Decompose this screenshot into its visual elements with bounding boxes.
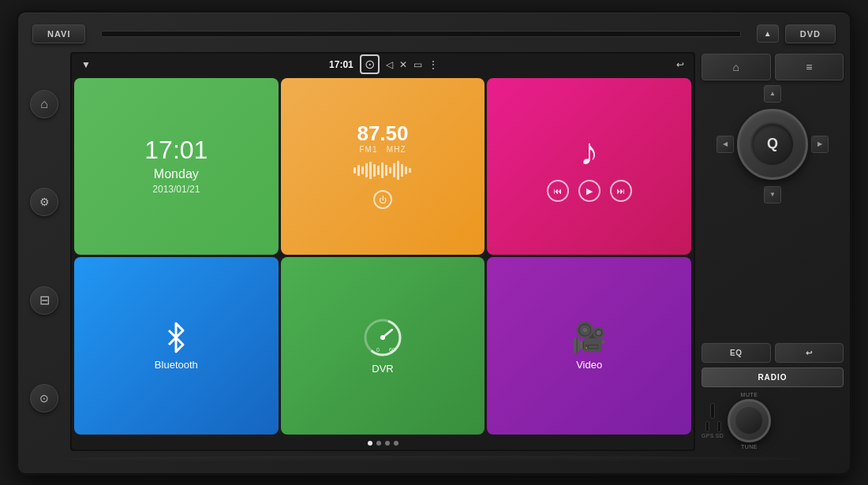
- play-btn[interactable]: ▶: [578, 180, 600, 202]
- port-hole-3: [717, 421, 721, 432]
- port-hole-1: [710, 403, 715, 419]
- home-right-icon: ⌂: [733, 61, 739, 73]
- music-tile[interactable]: ♪ ⏮ ▶ ⏭: [487, 78, 691, 256]
- page-dot-3[interactable]: [385, 441, 390, 446]
- middle-section: ⌂ ⚙ ⊟ ⊙ ▼ 17:01 ⊙ ◁: [24, 52, 844, 451]
- home-sidebar-btn[interactable]: ⌂: [30, 90, 58, 118]
- port-section: GPS SD: [702, 403, 724, 438]
- bottom-strip: [24, 451, 844, 467]
- eq-button[interactable]: EQ: [702, 343, 771, 363]
- svg-point-3: [380, 335, 385, 340]
- dvr-gauge-icon: 0 60: [362, 317, 403, 358]
- prev-btn[interactable]: ⏮: [547, 180, 569, 202]
- mute-label: MUTE: [741, 392, 758, 397]
- menu-right-icon: ≡: [806, 61, 812, 73]
- volume-status-icon: ◁: [386, 59, 393, 70]
- eject-icon: ▲: [764, 29, 772, 38]
- eject-button[interactable]: ▲: [757, 24, 779, 43]
- signal-icon: ▼: [81, 59, 91, 70]
- main-screen: ▼ 17:01 ⊙ ◁ ✕ ▭ ⋮ ↩ 17:01: [70, 52, 695, 451]
- sliders-icon: ⊟: [39, 293, 50, 308]
- dvd-label: DVD: [785, 24, 836, 43]
- right-panel: ⌂ ≡ ▲ ◀ Q ▶: [702, 52, 844, 451]
- status-bar: ▼ 17:01 ⊙ ◁ ✕ ▭ ⋮ ↩: [72, 54, 694, 76]
- menu-status-icon: ⋮: [428, 59, 438, 70]
- nav-right-btn[interactable]: ▶: [811, 136, 829, 153]
- right-top-buttons: ⌂ ≡: [702, 54, 844, 80]
- cd-slot: [101, 31, 740, 37]
- clock-tile[interactable]: 17:01 Monday 2013/01/21: [74, 78, 279, 256]
- video-camera-icon: 🎥: [571, 321, 607, 354]
- video-label: Video: [576, 359, 602, 371]
- location-sidebar-btn[interactable]: ⊙: [30, 384, 58, 412]
- nav-left-btn[interactable]: ◀: [716, 136, 734, 153]
- radio-label-btn[interactable]: RADIO: [702, 367, 844, 387]
- home-right-btn[interactable]: ⌂: [702, 54, 771, 80]
- radio-freq: 87.50: [357, 123, 408, 144]
- sd-label: SD: [716, 433, 724, 438]
- navi-button[interactable]: NAVI: [32, 24, 85, 43]
- rotary-knob-inner: Q: [750, 122, 795, 166]
- music-note-icon: ♪: [580, 130, 599, 173]
- app-grid: 17:01 Monday 2013/01/21 87.50 FM1 MHZ: [72, 76, 694, 437]
- volume-knob[interactable]: [728, 399, 771, 442]
- settings-sidebar-btn[interactable]: ⚙: [30, 188, 58, 216]
- radio-power-btn[interactable]: ⏻: [373, 190, 392, 209]
- status-time: 17:01: [329, 59, 354, 70]
- rotary-section: ▲ ◀ Q ▶ ▼: [702, 85, 844, 337]
- back-right-icon: ↩: [806, 349, 813, 357]
- nav-up-btn[interactable]: ▲: [764, 85, 781, 103]
- next-btn[interactable]: ⏭: [610, 180, 632, 202]
- left-sidebar: ⌂ ⚙ ⊟ ⊙: [24, 52, 64, 451]
- dvr-label: DVR: [372, 363, 393, 375]
- video-tile[interactable]: 🎥 Video: [487, 257, 691, 435]
- pin-icon: ⊙: [39, 392, 49, 405]
- eq-back-row: EQ ↩: [702, 343, 844, 363]
- radio-band-unit: FM1 MHZ: [359, 145, 406, 154]
- status-left: ▼: [81, 59, 91, 70]
- camera-status-icon: ⊙: [360, 54, 380, 74]
- clock-time: 17:01: [144, 137, 208, 162]
- page-dot-1[interactable]: [368, 441, 372, 446]
- clock-day: Monday: [154, 167, 199, 181]
- port-hole-2: [705, 421, 709, 432]
- bluetooth-tile[interactable]: Bluetooth: [74, 257, 279, 435]
- head-unit: NAVI ▲ DVD ⌂ ⚙ ⊟ ⊙: [16, 10, 852, 476]
- bluetooth-label: Bluetooth: [155, 359, 198, 371]
- clock-date: 2013/01/21: [152, 184, 200, 195]
- bottom-controls: GPS SD MUTE TUNE: [702, 392, 844, 450]
- dvd-section: ▲ DVD: [757, 24, 836, 43]
- back-right-btn[interactable]: ↩: [775, 343, 844, 363]
- svg-text:0: 0: [376, 347, 380, 353]
- gear-icon: ⚙: [39, 196, 50, 208]
- top-bar: NAVI ▲ DVD: [24, 19, 844, 49]
- screen-status-icon: ✕: [399, 59, 407, 70]
- status-center: 17:01 ⊙ ◁ ✕ ▭ ⋮: [329, 54, 438, 74]
- rotary-knob[interactable]: Q: [737, 109, 808, 180]
- nav-down-btn[interactable]: ▼: [764, 186, 781, 203]
- page-dots: [72, 437, 694, 450]
- reflection: [65, 456, 803, 462]
- home-icon: ⌂: [40, 97, 48, 111]
- page-dot-2[interactable]: [376, 441, 381, 446]
- gps-label: GPS: [702, 433, 714, 438]
- svg-text:60: 60: [389, 347, 395, 353]
- status-right: ↩: [676, 59, 684, 70]
- page-dot-4[interactable]: [394, 441, 398, 446]
- dvr-tile[interactable]: 0 60 DVR: [281, 257, 485, 435]
- sliders-sidebar-btn[interactable]: ⊟: [30, 286, 58, 315]
- menu-right-btn[interactable]: ≡: [775, 54, 844, 80]
- rotary-label: Q: [767, 136, 778, 152]
- bluetooth-icon: [159, 321, 193, 354]
- window-status-icon: ▭: [413, 59, 422, 70]
- radio-waveform: [301, 159, 465, 182]
- radio-tile[interactable]: 87.50 FM1 MHZ: [281, 78, 485, 256]
- music-controls: ⏮ ▶ ⏭: [547, 180, 632, 202]
- tune-label: TUNE: [741, 444, 758, 450]
- volume-knob-inner: [735, 407, 763, 435]
- back-status-icon: ↩: [676, 59, 684, 70]
